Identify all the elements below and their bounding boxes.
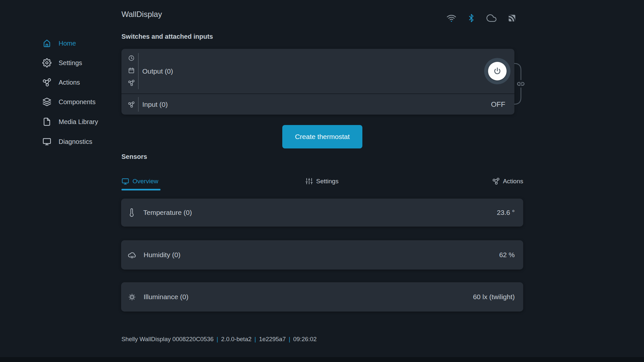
sidebar-item-label: Actions [59,79,80,86]
input-row-icons [128,101,135,108]
sensor-row-humidity[interactable]: Humidity (0) 62 % [121,240,523,270]
calendar-icon [128,67,135,74]
sensor-row-illuminance[interactable]: Illuminance (0) 60 lx (twilight) [121,282,523,312]
sidebar-item-diagnostics[interactable]: Diagnostics [42,135,92,148]
output-row[interactable]: Output (0) [121,49,514,93]
sliders-icon [305,177,313,185]
sensor-label: Illuminance (0) [144,293,189,301]
sensor-label: Temperature (0) [143,209,192,216]
sidebar-item-label: Components [59,98,95,106]
sidebar-item-label: Diagnostics [59,138,92,146]
footer-time: 09:26:02 [293,336,317,342]
sidebar-item-label: Home [59,40,76,47]
broadcast-icon [508,14,516,22]
status-icon-bar [447,13,516,23]
input-label: Input (0) [142,101,168,108]
actions-icon [492,177,500,185]
power-button-halo [484,58,511,84]
clock-icon [128,55,135,62]
sidebar-item-components[interactable]: Components [42,95,95,108]
tab-label: Actions [503,178,523,185]
layers-icon [42,97,51,106]
illuminance-icon [128,293,136,301]
sensor-value: 23.6 ° [497,209,515,216]
sensor-label: Humidity (0) [144,251,180,259]
home-icon [42,39,51,48]
gear-icon [42,58,51,67]
tab-actions[interactable]: Actions [492,177,523,185]
sensors-section-heading: Sensors [121,153,147,160]
file-icon [42,117,51,126]
bluetooth-icon [467,14,475,22]
bottom-edge-bar [0,357,644,362]
humidity-icon [128,251,136,259]
actions-icon [128,101,135,108]
sidebar-item-home[interactable]: Home [42,37,76,50]
footer-separator: | [217,336,218,342]
sensor-value: 62 % [499,251,515,259]
power-button[interactable] [488,62,507,80]
icon-column-divider [138,97,139,112]
active-tab-underline [121,189,161,190]
output-row-icons [128,55,135,86]
tab-label: Settings [316,178,339,185]
tab-overview[interactable]: Overview [121,177,158,185]
input-row[interactable]: Input (0) OFF [121,94,514,115]
sidebar-item-label: Media Library [59,118,98,126]
wifi-icon [447,13,456,23]
actions-icon [128,79,135,86]
sensor-value: 60 lx (twilight) [473,293,515,301]
thermometer-icon [128,208,136,217]
tab-settings[interactable]: Settings [305,177,339,185]
sidebar-item-settings[interactable]: Settings [42,56,82,69]
device-info-footer: Shelly WallDisplay 0008220C0536|2.0.0-be… [121,336,317,343]
footer-build: 1e2295a7 [259,336,286,342]
power-icon [493,67,502,76]
footer-separator: | [289,336,290,342]
sidebar-item-media-library[interactable]: Media Library [42,115,98,128]
input-state: OFF [491,100,505,109]
sidebar-item-actions[interactable]: Actions [42,76,80,89]
sidebar-item-label: Settings [59,59,82,67]
icon-column-divider [138,53,139,89]
page-title: WallDisplay [121,10,162,19]
sensor-row-temperature[interactable]: Temperature (0) 23.6 ° [121,199,523,227]
monitor-icon [42,137,51,146]
walldisplay-screen: WallDisplay [0,0,644,362]
footer-separator: | [255,336,256,342]
link-icon[interactable] [516,79,525,88]
switch-card: Output (0) [121,49,514,115]
cloud-icon [486,13,497,23]
output-label: Output (0) [142,67,173,75]
footer-version: 2.0.0-beta2 [221,336,252,342]
footer-device: Shelly WallDisplay 0008220C0536 [121,336,214,342]
tab-label: Overview [133,178,158,185]
create-thermostat-button[interactable]: Create thermostat [282,125,362,148]
actions-icon [42,78,51,87]
switches-section-heading: Switches and attached inputs [121,33,213,40]
monitor-icon [121,177,129,185]
